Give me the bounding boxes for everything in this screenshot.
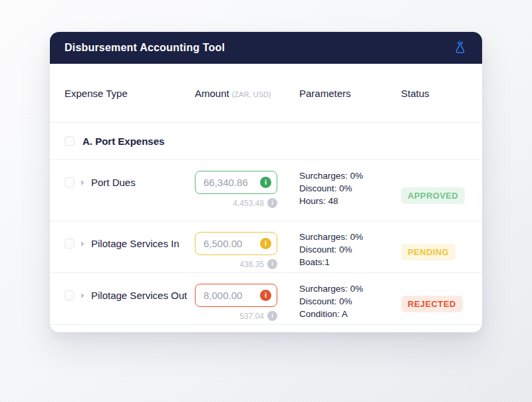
amount-input[interactable]: 6,500.00 i [195, 232, 277, 255]
table-row-pilotage-out: Pilotage Services Out 8,000.00 i 537.04 … [50, 272, 482, 324]
info-icon[interactable]: i [260, 290, 271, 301]
status-cell: APPROVED [401, 171, 482, 221]
row-checkbox[interactable] [65, 177, 74, 187]
converted-amount-value: 537.04 [239, 312, 264, 321]
status-cell: REJECTED [401, 284, 482, 324]
amount-input[interactable]: 8,000.00 i [195, 284, 277, 307]
chevron-right-icon[interactable] [81, 241, 84, 247]
table-row-pilotage-in: Pilotage Services In 6,500.00 i 436.35 i… [50, 221, 482, 272]
parameters-cell: Surcharges: 0% Discount: 0% Boats:1 [299, 231, 401, 272]
info-icon[interactable]: i [260, 238, 271, 249]
status-badge: APPROVED [401, 187, 465, 204]
amount-value: 66,340.86 [203, 177, 248, 188]
info-icon[interactable]: i [260, 177, 271, 188]
column-header-expense-type: Expense Type [65, 88, 195, 99]
status-badge: PENDING [401, 244, 456, 260]
info-icon-gray[interactable]: i [267, 198, 277, 208]
amount-currency-note: (ZAR, USD) [232, 90, 271, 98]
amount-value: 8,000.00 [203, 290, 242, 301]
parameters-cell: Surcharges: 0% Discount: 0% Hours: 48 [299, 169, 401, 221]
parameters-cell: Surcharges: 0% Discount: 0% Condition: A [299, 282, 401, 324]
converted-amount-value: 436.35 [239, 260, 264, 269]
card-footer [50, 324, 482, 332]
row-checkbox[interactable] [65, 239, 74, 249]
column-header-parameters: Parameters [299, 88, 401, 99]
parameter-line: Condition: A [299, 308, 401, 320]
table-header-row: Expense Type Amount(ZAR, USD) Parameters… [50, 64, 482, 123]
status-badge: REJECTED [401, 296, 463, 312]
status-cell: PENDING [401, 232, 482, 272]
amount-cell: 66,340.86 i 4,453.48 i [195, 171, 277, 221]
amount-header-label: Amount [195, 88, 229, 99]
expense-cell: Pilotage Services In [65, 232, 195, 255]
parameter-line: Surcharges: 0% [299, 169, 401, 182]
chevron-right-icon[interactable] [81, 293, 84, 298]
parameter-line: Discount: 0% [299, 243, 401, 256]
amount-cell: 8,000.00 i 537.04 i [195, 284, 277, 324]
parameter-line: Surcharges: 0% [299, 231, 401, 243]
amount-cell: 6,500.00 i 436.35 i [195, 232, 277, 272]
converted-amount: 4,453.48 i [195, 198, 277, 208]
expense-name: Pilotage Services Out [91, 290, 187, 301]
expense-cell: Port Dues [65, 171, 195, 194]
section-label: A. Port Expenses [82, 136, 164, 147]
column-header-status: Status [401, 88, 482, 99]
page-title: Disbursement Accounting Tool [65, 42, 225, 54]
table-row-port-dues: Port Dues 66,340.86 i 4,453.48 i Surchar… [50, 159, 482, 221]
parameter-line: Hours: 48 [299, 195, 401, 207]
section-row-port-expenses: A. Port Expenses [50, 123, 482, 159]
info-icon-gray[interactable]: i [267, 311, 277, 321]
chevron-right-icon[interactable] [81, 180, 84, 185]
expense-name: Port Dues [91, 177, 136, 188]
flask-icon[interactable] [453, 41, 467, 55]
section-checkbox[interactable] [65, 136, 74, 146]
expense-name: Pilotage Services In [91, 238, 180, 249]
parameter-line: Surcharges: 0% [299, 282, 401, 295]
converted-amount-value: 4,453.48 [233, 199, 264, 208]
converted-amount: 537.04 i [195, 311, 277, 321]
converted-amount: 436.35 i [195, 259, 277, 269]
amount-input[interactable]: 66,340.86 i [195, 171, 277, 194]
card-header: Disbursement Accounting Tool [50, 32, 482, 64]
parameter-line: Discount: 0% [299, 295, 401, 308]
info-icon-gray[interactable]: i [267, 259, 277, 269]
disbursement-card: Disbursement Accounting Tool Expense Typ… [50, 32, 482, 332]
expense-cell: Pilotage Services Out [65, 284, 195, 307]
amount-value: 6,500.00 [203, 238, 242, 249]
parameter-line: Discount: 0% [299, 182, 401, 195]
parameter-line: Boats:1 [299, 256, 401, 268]
row-checkbox[interactable] [65, 290, 74, 300]
column-header-amount: Amount(ZAR, USD) [195, 88, 299, 99]
